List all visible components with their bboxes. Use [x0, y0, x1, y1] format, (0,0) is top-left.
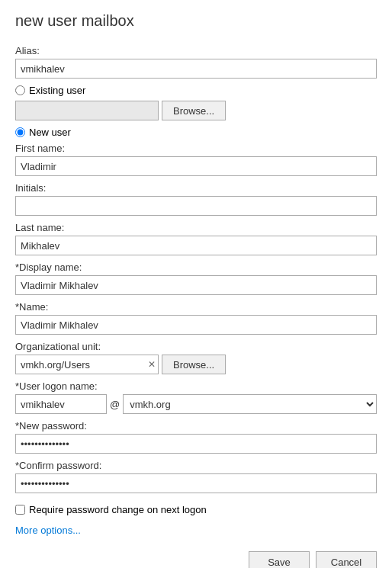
- org-unit-input-wrapper: ✕: [15, 355, 159, 374]
- initials-input[interactable]: [15, 196, 377, 216]
- require-password-row: Require password change on next logon: [15, 504, 377, 515]
- name-input[interactable]: [15, 315, 377, 335]
- new-password-input[interactable]: [15, 434, 377, 454]
- display-name-section: *Display name:: [15, 262, 377, 295]
- logon-name-input[interactable]: [15, 394, 107, 414]
- last-name-label: Last name:: [15, 222, 377, 233]
- org-unit-browse-button[interactable]: Browse...: [162, 355, 226, 374]
- new-password-section: *New password:: [15, 420, 377, 454]
- last-name-input[interactable]: [15, 236, 377, 255]
- new-user-radio[interactable]: [15, 127, 25, 137]
- first-name-label: First name:: [15, 143, 377, 154]
- new-password-label: *New password:: [15, 420, 377, 432]
- existing-user-radio-group: Existing user: [15, 85, 377, 96]
- cancel-button[interactable]: Cancel: [316, 551, 377, 568]
- logon-name-row: @ vmkh.org: [15, 394, 377, 414]
- initials-section: Initials:: [15, 182, 377, 216]
- confirm-password-input[interactable]: [15, 473, 377, 493]
- page-title: new user mailbox: [15, 12, 377, 30]
- org-unit-clear-button[interactable]: ✕: [148, 360, 156, 369]
- confirm-password-section: *Confirm password:: [15, 460, 377, 493]
- new-user-radio-group: New user: [15, 127, 377, 138]
- initials-label: Initials:: [15, 182, 377, 194]
- org-unit-section: Organizational unit: ✕ Browse...: [15, 341, 377, 374]
- org-unit-row: ✕ Browse...: [15, 355, 377, 374]
- new-user-label: New user: [29, 127, 71, 138]
- require-password-label: Require password change on next logon: [29, 504, 207, 515]
- require-password-checkbox[interactable]: [15, 505, 25, 515]
- existing-user-browse-button[interactable]: Browse...: [162, 101, 226, 120]
- existing-user-row: Browse...: [15, 101, 377, 120]
- logon-name-label: *User logon name:: [15, 380, 377, 392]
- alias-section: Alias:: [15, 45, 377, 79]
- existing-user-label: Existing user: [29, 85, 85, 96]
- display-name-input[interactable]: [15, 275, 377, 295]
- first-name-input[interactable]: [15, 156, 377, 176]
- existing-user-radio[interactable]: [15, 85, 25, 95]
- first-name-section: First name:: [15, 143, 377, 176]
- domain-select[interactable]: vmkh.org: [123, 394, 377, 414]
- page-container: new user mailbox Alias: Existing user Br…: [0, 0, 392, 568]
- name-section: *Name:: [15, 301, 377, 335]
- logon-name-section: *User logon name: @ vmkh.org: [15, 380, 377, 414]
- org-unit-input[interactable]: [15, 355, 159, 374]
- display-name-label: *Display name:: [15, 262, 377, 273]
- more-options-link[interactable]: More options...: [15, 525, 377, 536]
- alias-label: Alias:: [15, 45, 377, 56]
- confirm-password-label: *Confirm password:: [15, 460, 377, 471]
- save-button[interactable]: Save: [249, 551, 310, 568]
- org-unit-label: Organizational unit:: [15, 341, 377, 352]
- last-name-section: Last name:: [15, 222, 377, 255]
- name-label: *Name:: [15, 301, 377, 313]
- at-symbol: @: [110, 399, 120, 410]
- footer-buttons: Save Cancel: [15, 536, 377, 568]
- alias-input[interactable]: [15, 59, 377, 79]
- existing-user-input[interactable]: [15, 101, 159, 120]
